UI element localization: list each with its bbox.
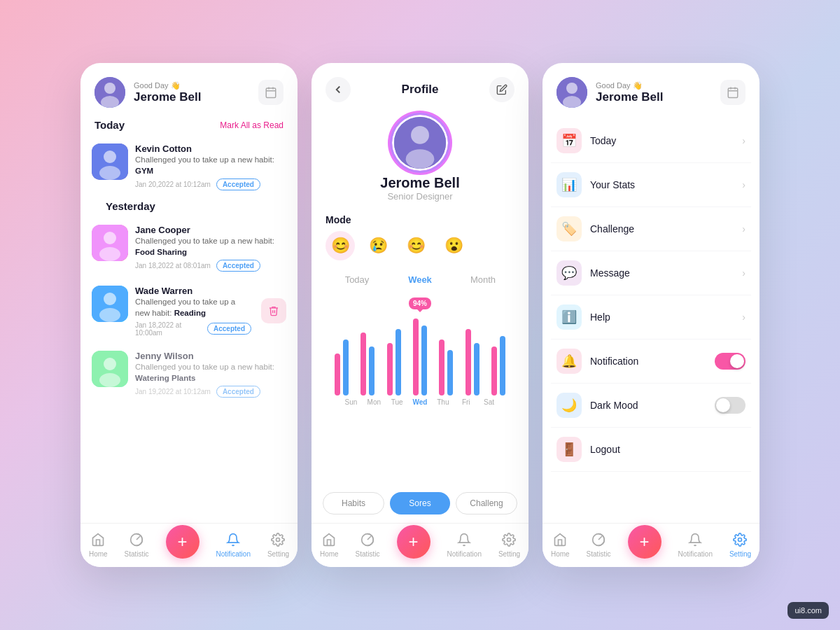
svg-point-17 xyxy=(104,358,116,370)
profile-role: Senior Designer xyxy=(312,191,528,202)
notif-info: Jenny Wilson Challenged you to take up a… xyxy=(135,351,286,398)
notif-avatar xyxy=(92,351,128,387)
tab-sores[interactable]: Sores xyxy=(390,492,450,514)
profile-name: Jerome Bell xyxy=(312,175,528,191)
bar-group-mon xyxy=(360,332,374,396)
menu-item-today[interactable]: 📅 Today › xyxy=(551,119,751,163)
fab-add-button[interactable]: + xyxy=(397,525,430,559)
mark-all-read-button[interactable]: Mark All as Read xyxy=(220,120,284,130)
nav-notification[interactable]: Notification xyxy=(216,531,250,558)
day-sat: Sat xyxy=(477,398,500,406)
svg-point-9 xyxy=(99,166,120,180)
notification-item: Wade Warren Challenged you to take up a … xyxy=(92,279,286,343)
emoji-happy[interactable]: 😊 xyxy=(326,231,355,260)
fab-add-button[interactable]: + xyxy=(166,525,200,559)
bar-blue xyxy=(474,343,479,396)
dark-mode-toggle[interactable] xyxy=(715,397,746,414)
nav-notification[interactable]: Notification xyxy=(678,531,712,558)
emoji-surprised[interactable]: 😮 xyxy=(439,231,468,260)
today-icon: 📅 xyxy=(556,128,582,153)
notif-name: Wade Warren xyxy=(135,286,251,296)
calendar-button[interactable] xyxy=(258,80,284,105)
bar-pink xyxy=(465,329,471,396)
nav-statistic[interactable]: Statistic xyxy=(125,531,149,558)
nav-statistic[interactable]: Statistic xyxy=(587,531,611,558)
emoji-sad[interactable]: 😢 xyxy=(363,231,393,260)
menu-item-logout[interactable]: 🚪 Logout xyxy=(551,428,751,472)
delete-notification-button[interactable] xyxy=(261,298,286,323)
mode-label: Mode xyxy=(326,214,514,225)
toggle-knob xyxy=(716,398,730,412)
gear-icon xyxy=(270,531,286,548)
profile-header: Profile xyxy=(312,63,528,109)
day-thu: Thu xyxy=(431,398,454,406)
chevron-right-icon: › xyxy=(742,179,746,190)
logout-icon: 🚪 xyxy=(556,437,582,462)
svg-point-25 xyxy=(507,538,511,542)
svg-point-34 xyxy=(738,538,742,542)
greeting-text: Good Day 👋 xyxy=(596,81,712,90)
menu-item-notification[interactable]: 🔔 Notification xyxy=(551,340,751,384)
nav-home-label: Home xyxy=(551,550,570,558)
calendar-button[interactable] xyxy=(720,80,746,105)
home-icon xyxy=(90,531,106,548)
notif-status[interactable]: Accepted xyxy=(216,386,260,398)
fab-add-button[interactable]: + xyxy=(628,525,662,559)
back-button[interactable] xyxy=(326,77,351,102)
tab-month[interactable]: Month xyxy=(451,270,514,289)
nav-setting[interactable]: Setting xyxy=(498,531,520,558)
notif-status[interactable]: Accepted xyxy=(216,178,260,190)
nav-setting[interactable]: Setting xyxy=(729,531,751,558)
tab-challenge[interactable]: Challeng xyxy=(456,492,517,514)
menu-label-dark-mode: Dark Mood xyxy=(590,400,706,411)
bell-icon xyxy=(225,531,241,548)
nav-setting[interactable]: Setting xyxy=(267,531,289,558)
profile-avatar xyxy=(392,115,448,171)
svg-point-27 xyxy=(566,83,578,94)
notif-status[interactable]: Accepted xyxy=(207,323,251,335)
gear-icon xyxy=(732,531,748,548)
svg-rect-3 xyxy=(266,88,276,98)
emoji-smile[interactable]: 😊 xyxy=(401,231,430,260)
notif-meta: Jan 20,2022 at 10:12am Accepted xyxy=(135,178,286,190)
header-text: Good Day 👋 Jerome Bell xyxy=(596,81,712,104)
tab-today[interactable]: Today xyxy=(326,270,388,289)
day-fri: Fri xyxy=(454,398,477,406)
menu-item-help[interactable]: ℹ️ Help › xyxy=(551,295,751,340)
menu-label-challenge: Challenge xyxy=(590,223,734,234)
svg-point-23 xyxy=(406,149,435,169)
menu-label-help: Help xyxy=(590,312,734,323)
bar-group-sun xyxy=(335,340,349,396)
nav-home[interactable]: Home xyxy=(89,531,108,558)
home-icon xyxy=(321,531,337,548)
nav-notification-label: Notification xyxy=(447,550,481,558)
header-text: Good Day 👋 Jerome Bell xyxy=(134,81,250,104)
menu-item-stats[interactable]: 📊 Your Stats › xyxy=(551,163,751,207)
day-tue: Tue xyxy=(386,398,409,406)
day-labels: Sun Mon Tue Wed Thu Fri Sat xyxy=(326,396,514,409)
notification-toggle[interactable] xyxy=(715,353,746,370)
card1-header: Good Day 👋 Jerome Bell xyxy=(80,63,298,116)
menu-item-message[interactable]: 💬 Message › xyxy=(551,251,751,295)
menu-item-dark-mode[interactable]: 🌙 Dark Mood xyxy=(551,384,751,428)
nav-home[interactable]: Home xyxy=(320,531,339,558)
card-settings: Good Day 👋 Jerome Bell 📅 Today › 📊 Your … xyxy=(542,63,760,567)
nav-home[interactable]: Home xyxy=(551,531,570,558)
svg-point-11 xyxy=(104,232,116,244)
edit-button[interactable] xyxy=(489,77,514,102)
svg-point-14 xyxy=(104,293,116,305)
bar-pink xyxy=(491,346,497,396)
toggle-knob xyxy=(730,354,744,368)
menu-item-challenge[interactable]: 🏷️ Challenge › xyxy=(551,207,751,251)
nav-notification[interactable]: Notification xyxy=(447,531,481,558)
tab-habits[interactable]: Habits xyxy=(323,492,384,514)
avatar xyxy=(556,77,587,108)
notif-status[interactable]: Accepted xyxy=(216,260,260,272)
nav-statistic[interactable]: Statistic xyxy=(356,531,380,558)
nav-statistic-label: Statistic xyxy=(125,550,149,558)
tab-week[interactable]: Week xyxy=(388,270,451,289)
bottom-nav: Home Statistic + Notification Setting xyxy=(80,523,298,567)
notif-desc: Challenged you to take up a new habit: G… xyxy=(135,154,286,176)
notif-date: Jan 20,2022 at 10:12am xyxy=(135,181,211,188)
nav-setting-label: Setting xyxy=(267,550,289,558)
